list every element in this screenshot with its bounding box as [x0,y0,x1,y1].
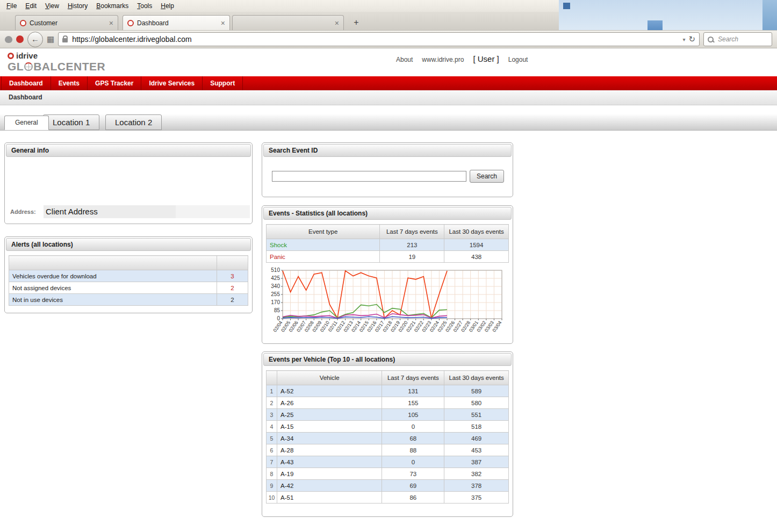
alerts-table: Vehicles overdue for download 3 Not assi… [9,255,248,306]
table-row[interactable]: 6 A-28 88 453 [267,444,509,456]
table-row[interactable]: 8 A-19 73 382 [267,468,509,480]
tab-location-1[interactable]: Location 1 [43,114,99,130]
urlbar-dropdown-icon[interactable]: ▾ [682,37,685,42]
table-row[interactable]: 7 A-43 0 387 [267,456,509,468]
menu-edit[interactable]: Edit [21,1,41,11]
idrive-logo: idrive GL BALCENTER [8,51,105,73]
browser-tab-empty[interactable]: × [232,15,344,30]
rank: 9 [267,480,277,492]
address-row: Address: Client Address [10,205,250,218]
vehicle-name: A-25 [277,409,382,421]
table-row[interactable]: 4 A-15 0 518 [267,421,509,433]
vehicle-name: A-43 [277,456,382,468]
site-favicon-icon [127,20,134,26]
panel-title: Events - Statistics (all locations) [263,207,512,220]
last30-value: 469 [444,433,509,444]
new-tab-button[interactable]: + [349,17,363,28]
table-row[interactable]: Not in use devices 2 [9,294,248,306]
site-header: idrive GL BALCENTER About www.idrive.pro… [0,48,777,76]
url-bar[interactable]: ▾ ↻ [58,32,700,46]
table-row[interactable]: 2 A-26 155 580 [267,397,509,409]
last30-value: 375 [444,492,509,504]
last30-value: 438 [444,251,509,263]
menu-bookmarks[interactable]: Bookmarks [92,1,133,11]
tab-close-icon[interactable]: × [335,19,339,27]
table-row[interactable]: 1 A-52 131 589 [267,385,509,397]
last7-value: 73 [382,468,444,480]
browser-search-box[interactable] [703,32,772,46]
menu-history[interactable]: History [63,1,92,11]
tab-location-2[interactable]: Location 2 [105,114,162,130]
event-id-input[interactable] [272,171,466,182]
nav-item-dashboard[interactable]: Dashboard [1,76,51,90]
rank: 4 [267,421,277,433]
tab-close-icon[interactable]: × [109,19,113,27]
nav-item-gps-tracker[interactable]: GPS Tracker [88,76,141,90]
header-links: About www.idrive.pro [ User ] Logout [396,54,528,63]
last7-value: 68 [382,433,444,444]
tab-close-icon[interactable]: × [221,19,225,27]
svg-text:170: 170 [271,299,280,305]
table-row[interactable]: 9 A-42 69 378 [267,480,509,492]
table-row[interactable]: Vehicles overdue for download 3 [9,270,248,282]
table-row[interactable]: 3 A-25 105 551 [267,409,509,421]
grid-icon[interactable]: ▦ [47,35,54,44]
idrive-logo-icon [8,53,14,59]
last7-value: 0 [382,421,444,433]
url-input[interactable] [71,34,679,44]
last7-value: 19 [380,251,444,263]
browser-tab-customer[interactable]: Customer × [15,15,118,30]
search-event-panel: Search Event ID Search [262,142,513,197]
reload-icon[interactable]: ↻ [688,35,695,44]
menu-view[interactable]: View [41,1,63,11]
about-link[interactable]: About [396,56,413,63]
tab-general[interactable]: General [4,116,49,130]
table-row[interactable]: Shock 213 1594 [267,239,509,251]
menu-file[interactable]: File [2,1,21,11]
panel-title: General info [6,144,251,157]
search-icon [708,37,714,42]
column-header: Last 30 days events [444,371,509,385]
svg-text:425: 425 [271,275,280,281]
table-row[interactable]: 5 A-34 68 469 [267,433,509,444]
browser-tab-dashboard[interactable]: Dashboard × [123,15,230,30]
menu-tools[interactable]: Tools [133,1,156,11]
search-button[interactable]: Search [470,170,504,183]
alert-value: 3 [217,270,248,282]
last30-value: 589 [444,385,509,397]
paw-extension-icon[interactable] [5,36,12,43]
back-button[interactable]: ← [27,32,43,47]
vehicle-name: A-42 [277,480,382,492]
last7-value: 131 [382,385,444,397]
address-value: Client Address [44,205,176,218]
user-link[interactable]: [ User ] [473,54,499,63]
alert-label: Not assigned devices [9,282,217,294]
table-row[interactable]: Panic 19 438 [267,251,509,263]
nav-item-events[interactable]: Events [51,76,88,90]
browser-search-input[interactable] [717,35,768,44]
record-extension-icon[interactable] [16,35,24,43]
events-statistics-panel: Events - Statistics (all locations) Even… [262,205,513,344]
table-row[interactable]: Not assigned devices 2 [9,282,248,294]
tab-title: Customer [30,19,106,27]
table-row[interactable]: 10 A-51 86 375 [267,492,509,504]
general-info-panel: General info Address: Client Address [4,142,253,224]
background-window-edge [762,0,777,30]
svg-text:510: 510 [271,267,280,273]
logo-text-idrive: idrive [16,51,38,60]
nav-item-support[interactable]: Support [203,76,243,90]
last7-value: 105 [382,409,444,421]
logout-link[interactable]: Logout [508,56,528,63]
column-header: Last 7 days events [382,371,444,385]
menu-help[interactable]: Help [156,1,178,11]
last7-value: 88 [382,444,444,456]
rank: 5 [267,433,277,444]
address-filler [176,205,250,218]
alerts-panel: Alerts (all locations) Vehicles overdue … [4,236,253,313]
nav-item-idrive-services[interactable]: Idrive Services [141,76,203,90]
last7-value: 69 [382,480,444,492]
rank: 2 [267,397,277,409]
idrive-pro-link[interactable]: www.idrive.pro [422,56,464,63]
last7-value: 213 [380,239,444,251]
events-per-vehicle-table: Vehicle Last 7 days events Last 30 days … [266,370,509,504]
